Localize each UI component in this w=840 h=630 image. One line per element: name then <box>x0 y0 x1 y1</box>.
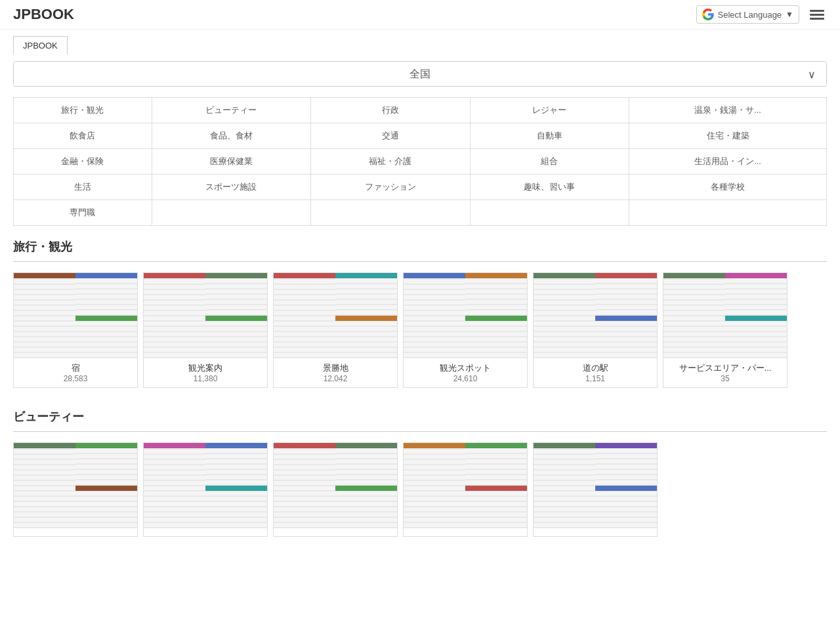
category-cell[interactable]: ファッション <box>311 175 470 200</box>
card-kankosupotto-count: 24,610 <box>409 374 522 383</box>
language-selector[interactable]: Select Language ▼ <box>696 5 799 24</box>
category-cell[interactable]: 食品、食材 <box>152 123 310 149</box>
beauty-cards-grid <box>13 442 827 537</box>
nav-tabs: JPBOOK <box>0 30 840 54</box>
section-beauty-divider <box>13 431 827 432</box>
category-cell[interactable]: 各種学校 <box>629 175 827 200</box>
card-keishochi-img-tr <box>335 273 397 316</box>
category-cell[interactable]: 生活用品・イン... <box>629 149 827 175</box>
card-beauty-2-img-br <box>205 486 267 528</box>
header: JPBOOK Select Language ▼ <box>0 0 840 30</box>
card-yado[interactable]: 宿 28,583 <box>13 272 138 388</box>
card-michinoeki[interactable]: 道の駅 1,151 <box>533 272 658 388</box>
card-beauty-4-img-tr <box>465 443 527 486</box>
category-cell[interactable]: 福祉・介護 <box>311 149 470 175</box>
category-cell <box>470 200 629 226</box>
category-cell <box>311 200 470 226</box>
card-yado-img-tr <box>75 273 137 316</box>
category-cell[interactable]: レジャー <box>470 98 629 123</box>
card-beauty-2[interactable] <box>143 442 268 537</box>
card-service-area-img-main <box>663 273 725 358</box>
card-michinoeki-img-tr <box>595 273 657 316</box>
category-cell[interactable]: 交通 <box>311 123 470 149</box>
card-beauty-4-img-main <box>404 443 465 528</box>
card-beauty-4[interactable] <box>403 442 528 537</box>
site-logo[interactable]: JPBOOK <box>13 6 74 23</box>
category-cell[interactable]: 趣味、習い事 <box>470 175 629 200</box>
card-kankoannai[interactable]: 観光案内 11,380 <box>143 272 268 388</box>
card-michinoeki-name: 道の駅 <box>539 362 652 374</box>
category-cell[interactable]: 専門職 <box>14 200 152 226</box>
card-beauty-3[interactable] <box>273 442 398 537</box>
card-yado-name: 宿 <box>19 362 132 374</box>
card-kankoannai-img-tr <box>205 273 267 316</box>
card-beauty-2-img-tr <box>205 443 267 486</box>
card-beauty-3-img-main <box>274 443 335 528</box>
category-cell[interactable]: 医療保健業 <box>152 149 310 175</box>
tab-jpbook[interactable]: JPBOOK <box>13 36 68 54</box>
category-cell[interactable]: 金融・保険 <box>14 149 152 175</box>
card-beauty-5-img-tr <box>595 443 657 486</box>
category-cell[interactable]: 自動車 <box>470 123 629 149</box>
card-yado-count: 28,583 <box>19 374 132 383</box>
category-cell[interactable]: 住宅・建築 <box>629 123 827 149</box>
category-grid: 旅行・観光ビューティー行政レジャー温泉・銭湯・サ...飲食店食品、食材交通自動車… <box>13 97 827 226</box>
card-kankoannai-count: 11,380 <box>149 374 262 383</box>
card-beauty-3-img-tr <box>335 443 397 486</box>
card-service-area[interactable]: サービスエリア・パー... 35 <box>663 272 788 388</box>
category-cell[interactable]: ビューティー <box>152 98 310 123</box>
card-kankosupotto[interactable]: 観光スポット 24,610 <box>403 272 528 388</box>
category-cell[interactable]: 温泉・銭湯・サ... <box>629 98 827 123</box>
section-beauty: ビューティー <box>13 409 827 537</box>
card-beauty-1-img-br <box>75 486 137 528</box>
card-yado-img-main <box>14 273 75 358</box>
card-service-area-img-tr <box>725 273 787 316</box>
language-arrow: ▼ <box>786 10 793 19</box>
card-keishochi-img-main <box>274 273 335 358</box>
card-service-area-count: 35 <box>669 374 782 383</box>
category-cell[interactable]: 生活 <box>14 175 152 200</box>
category-cell[interactable]: 旅行・観光 <box>14 98 152 123</box>
card-michinoeki-count: 1,151 <box>539 374 652 383</box>
region-selector[interactable]: 全国 北海道 東北 関東 中部 近畿 中国 四国 九州・沖縄 <box>14 62 826 86</box>
card-kankosupotto-img-br <box>465 316 527 358</box>
card-beauty-5-img-br <box>595 486 657 528</box>
language-label: Select Language <box>718 10 782 20</box>
card-service-area-img-br <box>725 316 787 358</box>
region-selector-wrap[interactable]: 全国 北海道 東北 関東 中部 近畿 中国 四国 九州・沖縄 ∨ <box>13 61 827 87</box>
card-kankoannai-img-main <box>144 273 205 358</box>
card-kankosupotto-img-tr <box>465 273 527 316</box>
google-icon <box>702 9 714 20</box>
card-beauty-3-img-br <box>335 486 397 528</box>
card-michinoeki-img-main <box>534 273 595 358</box>
category-cell[interactable]: 飲食店 <box>14 123 152 149</box>
card-michinoeki-img-br <box>595 316 657 358</box>
travel-cards-grid: 宿 28,583 観光案内 11,380 <box>13 272 827 388</box>
category-cell[interactable]: 組合 <box>470 149 629 175</box>
category-cell[interactable]: 行政 <box>311 98 470 123</box>
section-beauty-title: ビューティー <box>13 409 827 425</box>
category-cell <box>629 200 827 226</box>
card-beauty-1-img-tr <box>75 443 137 486</box>
card-beauty-5[interactable] <box>533 442 658 537</box>
card-kankosupotto-img-main <box>404 273 465 358</box>
card-keishochi[interactable]: 景勝地 12,042 <box>273 272 398 388</box>
card-keishochi-name: 景勝地 <box>279 362 392 374</box>
card-kankosupotto-name: 観光スポット <box>409 362 522 374</box>
list-view-icon[interactable] <box>807 7 827 22</box>
card-keishochi-img-br <box>335 316 397 358</box>
card-kankoannai-img-br <box>205 316 267 358</box>
card-beauty-4-img-br <box>465 486 527 528</box>
category-cell[interactable]: スポーツ施設 <box>152 175 310 200</box>
card-yado-img-br <box>75 316 137 358</box>
card-beauty-5-img-main <box>534 443 595 528</box>
section-travel-title: 旅行・観光 <box>13 239 827 255</box>
header-right: Select Language ▼ <box>696 5 827 24</box>
section-travel: 旅行・観光 宿 28,583 <box>13 239 827 388</box>
card-service-area-name: サービスエリア・パー... <box>669 362 782 374</box>
card-beauty-1[interactable] <box>13 442 138 537</box>
card-beauty-1-img-main <box>14 443 75 528</box>
card-beauty-2-img-main <box>144 443 205 528</box>
card-keishochi-count: 12,042 <box>279 374 392 383</box>
section-divider <box>13 261 827 262</box>
